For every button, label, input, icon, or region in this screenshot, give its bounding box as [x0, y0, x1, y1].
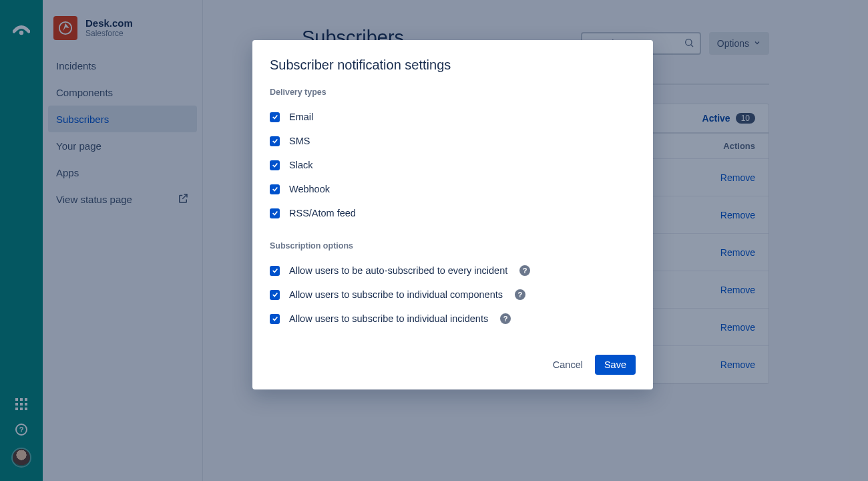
subscription-option-incidents[interactable]: Allow users to subscribe to individual i… [270, 307, 636, 331]
checkbox-checked-icon[interactable] [270, 184, 280, 194]
checkbox-checked-icon[interactable] [270, 208, 280, 218]
checkbox-checked-icon[interactable] [270, 290, 280, 300]
delivery-option-rss[interactable]: RSS/Atom feed [270, 201, 636, 225]
help-icon[interactable]: ? [515, 289, 525, 300]
option-label: Allow users to subscribe to individual i… [289, 313, 488, 324]
checkbox-checked-icon[interactable] [270, 314, 280, 324]
subscription-option-components[interactable]: Allow users to subscribe to individual c… [270, 283, 636, 307]
checkbox-checked-icon[interactable] [270, 112, 280, 122]
subscription-option-auto[interactable]: Allow users to be auto-subscribed to eve… [270, 259, 636, 283]
option-label: Allow users to be auto-subscribed to eve… [289, 265, 507, 276]
cancel-button[interactable]: Cancel [553, 359, 583, 370]
option-label: Allow users to subscribe to individual c… [289, 289, 503, 300]
help-icon[interactable]: ? [519, 265, 530, 276]
checkbox-checked-icon[interactable] [270, 136, 280, 146]
notification-settings-modal: Subscriber notification settings Deliver… [252, 40, 653, 389]
option-label: Email [289, 112, 313, 122]
modal-title: Subscriber notification settings [270, 57, 636, 73]
delivery-option-slack[interactable]: Slack [270, 153, 636, 177]
option-label: RSS/Atom feed [289, 208, 356, 218]
delivery-option-webhook[interactable]: Webhook [270, 177, 636, 201]
help-icon[interactable]: ? [500, 313, 511, 324]
option-label: SMS [289, 136, 310, 146]
delivery-option-sms[interactable]: SMS [270, 129, 636, 153]
checkbox-checked-icon[interactable] [270, 160, 280, 170]
delivery-types-heading: Delivery types [270, 88, 636, 97]
option-label: Webhook [289, 184, 330, 194]
delivery-option-email[interactable]: Email [270, 105, 636, 129]
checkbox-checked-icon[interactable] [270, 266, 280, 276]
subscription-options-heading: Subscription options [270, 241, 636, 251]
option-label: Slack [289, 160, 312, 170]
save-button[interactable]: Save [595, 355, 636, 375]
